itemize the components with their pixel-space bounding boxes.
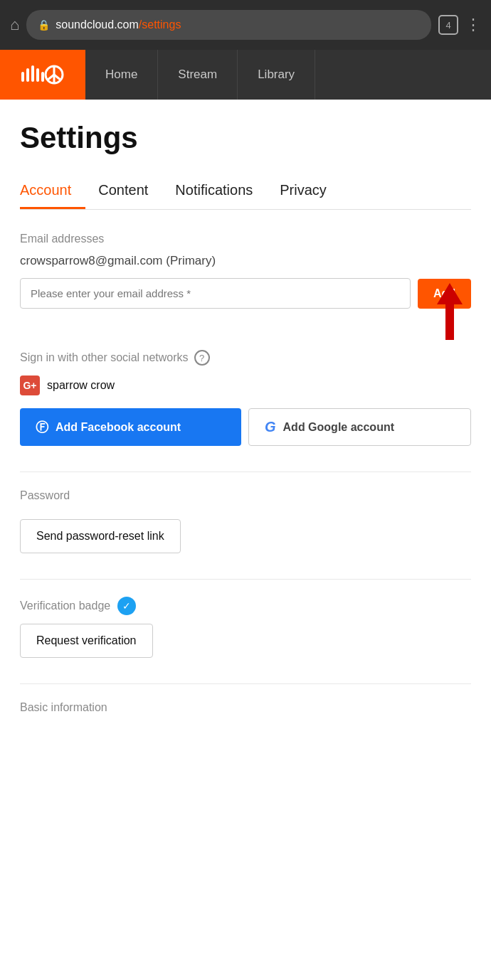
- verification-label-row: Verification badge ✓: [20, 597, 471, 615]
- email-section-label: Email addresses: [20, 233, 471, 245]
- page-content: Settings Account Content Notifications P…: [0, 100, 491, 751]
- browser-home-icon[interactable]: ⌂: [10, 16, 19, 34]
- request-verification-button[interactable]: Request verification: [20, 624, 153, 658]
- verification-section: Verification badge ✓ Request verificatio…: [20, 597, 471, 658]
- email-add-row: Add: [20, 278, 471, 309]
- app-navbar: Home Stream Library: [0, 50, 491, 100]
- google-icon: G: [265, 419, 276, 435]
- social-networks-section: Sign in with other social networks ? G+ …: [20, 350, 471, 446]
- svg-rect-2: [31, 65, 34, 82]
- browser-tabs-badge[interactable]: 4: [438, 15, 458, 35]
- verified-check-icon: ✓: [117, 597, 136, 615]
- nav-item-library[interactable]: Library: [238, 50, 315, 100]
- add-facebook-button[interactable]: Ⓕ Add Facebook account: [20, 408, 241, 446]
- divider-1: [20, 472, 471, 472]
- page-title: Settings: [20, 121, 471, 155]
- social-section-label: Sign in with other social networks ?: [20, 350, 471, 366]
- browser-chrome: ⌂ 🔒 soundcloud.com/settings 4 ⋮: [0, 0, 491, 50]
- google-account-name: sparrow crow: [47, 379, 115, 392]
- help-icon[interactable]: ?: [194, 350, 210, 366]
- add-google-button[interactable]: G Add Google account: [248, 408, 471, 446]
- password-reset-button[interactable]: Send password-reset link: [20, 519, 181, 553]
- facebook-icon: Ⓕ: [36, 419, 48, 436]
- google-plus-badge: G+: [20, 376, 40, 395]
- password-section: Password Send password-reset link: [20, 489, 471, 553]
- tab-notifications[interactable]: Notifications: [175, 175, 267, 209]
- arrow-body: [445, 304, 454, 340]
- basic-info-label: Basic information: [20, 701, 471, 714]
- add-email-button[interactable]: Add: [418, 279, 471, 309]
- password-section-label: Password: [20, 489, 471, 502]
- browser-menu-icon[interactable]: ⋮: [465, 16, 481, 34]
- soundcloud-logo-svg: [20, 62, 65, 87]
- verification-badge-label: Verification badge: [20, 600, 110, 612]
- divider-3: [20, 683, 471, 684]
- email-input[interactable]: [20, 278, 411, 309]
- svg-rect-3: [36, 68, 39, 82]
- nav-items: Home Stream Library: [85, 50, 491, 100]
- svg-rect-1: [26, 68, 29, 82]
- tab-account[interactable]: Account: [20, 175, 85, 209]
- email-primary: crowsparrow8@gmail.com (Primary): [20, 254, 471, 268]
- browser-url-bar[interactable]: 🔒 soundcloud.com/settings: [26, 10, 431, 40]
- google-account-row: G+ sparrow crow: [20, 376, 471, 395]
- lock-icon: 🔒: [38, 19, 50, 31]
- social-buttons-row: Ⓕ Add Facebook account G Add Google acco…: [20, 408, 471, 446]
- divider-2: [20, 579, 471, 580]
- browser-url-text: soundcloud.com/settings: [56, 18, 181, 31]
- app-logo[interactable]: [0, 50, 85, 100]
- tab-content[interactable]: Content: [98, 175, 162, 209]
- settings-tabs: Account Content Notifications Privacy: [20, 175, 471, 210]
- svg-rect-4: [41, 72, 44, 82]
- tab-privacy[interactable]: Privacy: [280, 175, 341, 209]
- nav-item-home[interactable]: Home: [85, 50, 158, 100]
- nav-item-stream[interactable]: Stream: [158, 50, 238, 100]
- svg-rect-0: [21, 72, 24, 82]
- basic-info-section: Basic information: [20, 701, 471, 714]
